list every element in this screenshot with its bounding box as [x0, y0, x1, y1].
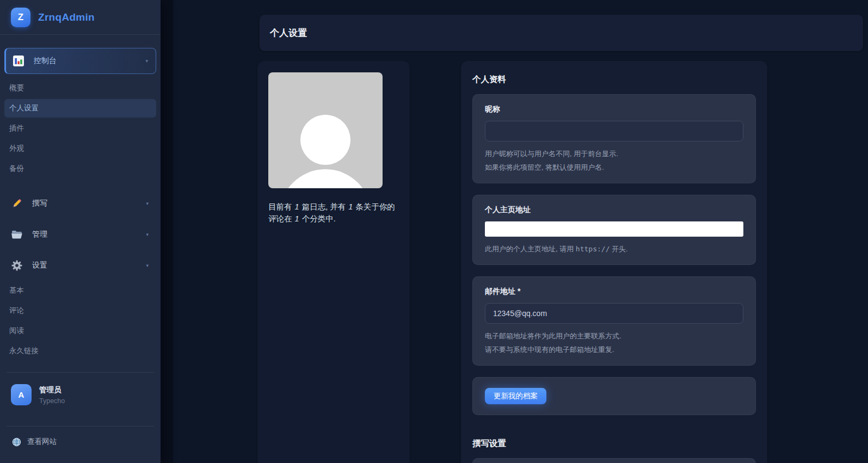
email-input[interactable]	[485, 303, 743, 324]
update-profile-button[interactable]: 更新我的档案	[485, 388, 546, 404]
homepage-label: 个人主页地址	[485, 205, 743, 215]
homepage-field-group: 个人主页地址 此用户的个人主页地址, 请用 https:// 开头.	[472, 195, 756, 265]
user-role: Typecho	[39, 397, 65, 405]
email-help-line2: 请不要与系统中现有的电子邮箱地址重复.	[485, 344, 743, 355]
sidebar-item-settings[interactable]: 设置 ▾	[4, 252, 156, 279]
sidebar-item-basic[interactable]: 基本	[4, 281, 156, 300]
view-site-link[interactable]: 查看网站	[12, 437, 57, 447]
profile-section-title: 个人资料	[472, 74, 756, 85]
avatar-shoulders-shape	[280, 169, 371, 188]
sidebar-item-label: 备份	[9, 164, 24, 174]
sidebar-item-console[interactable]: 控制台 ▾	[4, 48, 156, 74]
sidebar-item-label: 插件	[9, 124, 24, 133]
sidebar-item-overview[interactable]: 概要	[4, 79, 156, 97]
homepage-help: 此用户的个人主页地址, 请用 https:// 开头.	[485, 243, 743, 255]
sidebar-item-manage[interactable]: 管理 ▾	[4, 221, 156, 248]
profile-summary-text: 目前有 1 篇日志, 并有 1 条关于你的评论在 1 个分类中.	[268, 201, 399, 225]
sidebar-item-label: 概要	[9, 83, 24, 93]
sidebar-item-reading[interactable]: 阅读	[4, 322, 156, 340]
sidebar-divider	[7, 426, 154, 427]
chevron-down-icon: ▾	[146, 263, 149, 268]
sidebar-item-label: 个人设置	[9, 103, 39, 113]
brand-name: ZrnqAdmin	[38, 11, 95, 23]
view-site-label: 查看网站	[27, 437, 57, 447]
sidebar-item-appearance[interactable]: 外观	[4, 139, 156, 158]
chevron-down-icon: ▾	[146, 232, 149, 237]
bar-chart-icon	[13, 55, 24, 67]
sidebar-item-label: 管理	[32, 230, 47, 239]
console-submenu: 概要 个人设置 插件 外观 备份	[4, 76, 156, 182]
sidebar-nav: 控制台 ▾ 概要 个人设置 插件 外观 备份	[0, 35, 161, 364]
sidebar-divider	[7, 372, 154, 373]
email-label: 邮件地址 *	[485, 287, 743, 297]
sidebar-item-comments[interactable]: 评论	[4, 301, 156, 320]
sidebar-item-label: 永久链接	[9, 346, 39, 356]
pencil-icon	[11, 197, 23, 209]
avatar-head-shape	[300, 115, 350, 165]
sidebar-item-label: 阅读	[9, 326, 24, 336]
settings-submenu: 基本 评论 阅读 永久链接	[4, 279, 156, 364]
nickname-help-line2: 如果你将此项留空, 将默认使用用户名.	[485, 162, 743, 173]
globe-icon	[12, 437, 21, 447]
sidebar-item-label: 评论	[9, 306, 24, 316]
nickname-help-line1: 用户昵称可以与用户名不同, 用于前台显示.	[485, 148, 743, 159]
profile-summary-card: 目前有 1 篇日志, 并有 1 条关于你的评论在 1 个分类中.	[257, 61, 410, 463]
sidebar-item-write[interactable]: 撰写 ▾	[4, 190, 156, 217]
sidebar-item-label: 控制台	[34, 56, 57, 66]
sidebar-item-backup[interactable]: 备份	[4, 159, 156, 178]
email-help-line1: 电子邮箱地址将作为此用户的主要联系方式.	[485, 330, 743, 342]
homepage-input[interactable]	[485, 221, 743, 237]
gear-icon	[11, 260, 23, 271]
sidebar: Z ZrnqAdmin 控制台 ▾ 概要	[0, 0, 161, 463]
avatar-placeholder-image[interactable]	[268, 72, 383, 188]
sidebar-item-profile-settings[interactable]: 个人设置	[4, 99, 156, 118]
page-title: 个人设置	[270, 27, 307, 39]
markdown-field-group: 使用 Markdown 语法编辑和解析内容	[472, 458, 756, 463]
brand-logo-icon: Z	[11, 8, 30, 27]
sidebar-item-label: 外观	[9, 144, 24, 153]
sidebar-item-permalinks[interactable]: 永久链接	[4, 342, 156, 360]
main-content: 个人设置 目前有 1 篇日志, 并有 1 条关于你的评论在 1 个分类中. 个人…	[161, 0, 868, 463]
folder-icon	[11, 229, 23, 240]
sidebar-item-plugins[interactable]: 插件	[4, 119, 156, 138]
profile-form-card: 个人资料 昵称 用户昵称可以与用户名不同, 用于前台显示. 如果你将此项留空, …	[461, 61, 767, 463]
nickname-field-group: 昵称 用户昵称可以与用户名不同, 用于前台显示. 如果你将此项留空, 将默认使用…	[472, 94, 756, 183]
sidebar-item-label: 设置	[32, 261, 47, 270]
brand[interactable]: Z ZrnqAdmin	[0, 0, 161, 35]
writing-section-title: 撰写设置	[472, 438, 756, 449]
user-name: 管理员	[39, 385, 65, 395]
nickname-label: 昵称	[485, 104, 743, 114]
user-info: 管理员 Typecho	[39, 385, 65, 405]
sidebar-item-label: 撰写	[32, 199, 47, 208]
user-avatar-letter: A	[19, 390, 24, 399]
user-profile[interactable]: A 管理员 Typecho	[11, 384, 65, 405]
chevron-down-icon: ▾	[146, 201, 149, 206]
nickname-input[interactable]	[485, 121, 743, 141]
submit-field-group: 更新我的档案	[472, 377, 756, 415]
brand-logo-letter: Z	[18, 12, 23, 23]
user-avatar: A	[11, 384, 32, 405]
page-header: 个人设置	[260, 15, 863, 51]
email-field-group: 邮件地址 * 电子邮箱地址将作为此用户的主要联系方式. 请不要与系统中现有的电子…	[472, 276, 756, 366]
sidebar-item-label: 基本	[9, 286, 24, 295]
chevron-down-icon: ▾	[145, 58, 148, 64]
